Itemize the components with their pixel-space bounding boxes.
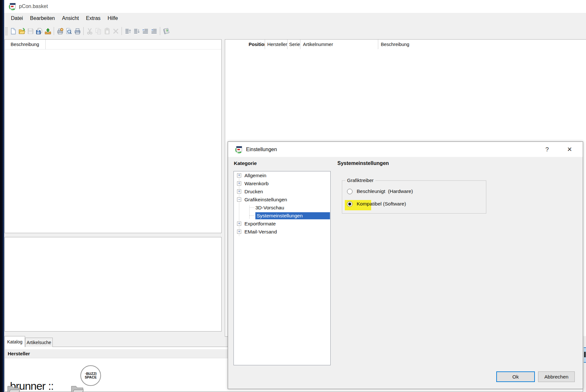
radio-checked-icon[interactable] [347, 201, 353, 207]
settings-dialog: Einstellungen ? ✕ Kategorie + Allgemein … [228, 141, 583, 389]
pcon-app-icon [8, 2, 16, 11]
open-button[interactable] [17, 27, 26, 35]
expand-icon[interactable]: + [237, 173, 241, 178]
help-button[interactable]: ? [162, 27, 170, 35]
save-icon [27, 28, 34, 35]
tree-connector [249, 215, 254, 216]
expand-icon[interactable]: + [237, 230, 241, 234]
toolbar-separator [54, 27, 54, 35]
outdent-button[interactable] [141, 27, 150, 35]
import-button[interactable] [43, 27, 52, 35]
tree-item-grafikeinstellungen[interactable]: − Grafikeinstellungen [234, 196, 330, 204]
tree-item-exportformate[interactable]: + Exportformate [234, 220, 330, 228]
toolbar-grip[interactable] [5, 27, 7, 35]
delete-button[interactable] [111, 27, 120, 35]
paste-button[interactable] [103, 27, 111, 35]
detail-panel [5, 237, 222, 332]
tree-item-label-selected[interactable]: Systemeinstellungen [255, 212, 330, 219]
copy-icon [95, 28, 102, 35]
pcon-basket-window: pCon.basket Datei Bearbeiten Ansicht Ext… [0, 0, 586, 392]
description-panel-header: Beschreibung [5, 40, 221, 50]
kategorie-label: Kategorie [234, 160, 257, 166]
radio-option-hardware[interactable]: Beschleunigt (Hardware) [347, 188, 413, 194]
window-title: pCon.basket [19, 4, 48, 9]
menu-bearbeiten[interactable]: Bearbeiten [26, 15, 58, 21]
menu-ansicht[interactable]: Ansicht [59, 15, 82, 21]
dialog-title: Einstellungen [246, 142, 277, 157]
tree-item-label[interactable]: 3D-Vorschau [255, 205, 284, 211]
new-document-icon [10, 28, 17, 35]
catalog-item-buzzispace[interactable]: ·BUZZI SPACE Buzzispace [64, 358, 109, 392]
column-header-hersteller[interactable]: Hersteller [265, 40, 288, 49]
menu-extras[interactable]: Extras [82, 15, 104, 21]
expand-icon[interactable]: + [237, 222, 241, 226]
tree-item-label[interactable]: Grafikeinstellungen [244, 197, 287, 203]
cancel-button[interactable]: Abbrechen [538, 371, 575, 382]
move-down-button[interactable] [132, 27, 141, 35]
tree-item-label[interactable]: Drucken [244, 189, 263, 195]
print-preview-button[interactable] [64, 27, 73, 35]
tree-item-allgemein[interactable]: + Allgemein [234, 171, 330, 179]
tree-item-label[interactable]: Exportformate [244, 221, 276, 227]
tree-item-email-versand[interactable]: + EMail-Versand [234, 228, 330, 236]
tree-item-label[interactable]: Allgemein [244, 173, 266, 178]
tree-item-drucken[interactable]: + Drucken [234, 187, 330, 196]
copy-button[interactable] [94, 27, 103, 35]
print-button[interactable] [73, 27, 82, 35]
tab-artikelsuche[interactable]: Artikelsuche [25, 338, 53, 347]
description-panel: Beschreibung [5, 39, 222, 233]
print-settings-button[interactable] [56, 27, 64, 35]
outdent-icon [142, 28, 149, 35]
radio-unchecked-icon[interactable] [347, 189, 353, 194]
radio-software-label[interactable]: Kompatibel (Software) [357, 201, 406, 207]
dialog-title-bar: Einstellungen ? ✕ [228, 142, 583, 157]
column-header-serie[interactable]: Serie [288, 40, 300, 49]
save-button[interactable] [26, 27, 35, 35]
toolbar-separator [83, 27, 84, 35]
move-up-button[interactable] [124, 27, 132, 35]
header-divider [45, 40, 46, 49]
tree-item-warenkorb[interactable]: + Warenkorb [234, 179, 330, 187]
cut-button[interactable] [85, 27, 94, 35]
column-header-beschreibung[interactable]: Beschreibung [378, 40, 584, 49]
collapse-icon[interactable]: − [237, 197, 241, 202]
print-settings-icon [57, 28, 64, 35]
tree-item-label[interactable]: Warenkorb [244, 181, 269, 187]
help-book-icon: ? [163, 28, 170, 35]
right-edge-selected-button[interactable] [584, 347, 586, 363]
folder-icon[interactable] [6, 382, 21, 392]
toolbar-separator [122, 27, 122, 35]
radio-option-software[interactable]: Kompatibel (Software) [347, 201, 406, 207]
catalog-item-brunner[interactable]: brunner :: Brunner [5, 358, 63, 392]
import-icon [44, 28, 51, 35]
indent-icon [151, 28, 158, 35]
ok-button[interactable]: Ok [496, 371, 535, 382]
paste-icon [104, 28, 111, 35]
expand-icon[interactable]: + [237, 181, 241, 186]
toolbar-separator [160, 27, 160, 35]
column-header-position[interactable]: Position [225, 40, 265, 49]
tab-katalog[interactable]: Katalog [5, 336, 25, 347]
indent-button[interactable] [150, 27, 158, 35]
pcon-app-icon [234, 145, 243, 154]
menu-datei[interactable]: Datei [7, 15, 26, 21]
print-preview-icon [65, 28, 72, 35]
save-as-button[interactable] [35, 27, 43, 35]
radio-hardware-label[interactable]: Beschleunigt (Hardware) [357, 188, 413, 194]
title-bar: pCon.basket [4, 0, 586, 13]
tree-item-systemeinstellungen[interactable]: Systemeinstellungen [234, 212, 330, 220]
grafiktreiber-groupbox: Grafiktreiber Beschleunigt (Hardware) Ko… [342, 180, 486, 214]
expand-icon[interactable]: + [237, 189, 241, 194]
menu-hilfe[interactable]: Hilfe [104, 15, 122, 21]
dialog-help-button[interactable]: ? [542, 142, 552, 157]
dialog-close-button[interactable]: ✕ [564, 142, 575, 157]
folder-icon[interactable] [70, 382, 84, 392]
new-document-button[interactable] [9, 27, 17, 35]
category-tree: + Allgemein + Warenkorb + Drucken − Graf… [233, 171, 331, 365]
tree-item-label[interactable]: EMail-Versand [244, 229, 277, 235]
tree-item-3d-vorschau[interactable]: 3D-Vorschau [234, 204, 330, 212]
save-as-icon [36, 28, 43, 35]
column-header-artikelnummer[interactable]: Artikelnummer [300, 40, 378, 49]
menu-bar: Datei Bearbeiten Ansicht Extras Hilfe [4, 13, 586, 23]
tree-connector [249, 207, 254, 208]
